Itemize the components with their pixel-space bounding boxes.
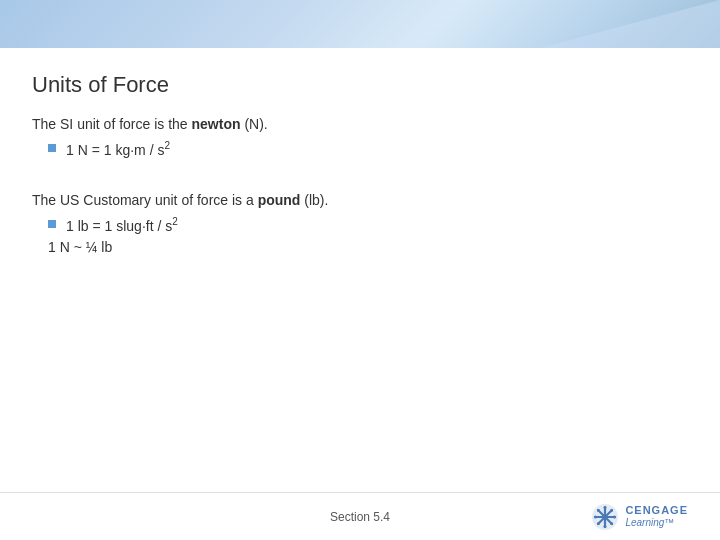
si-bullet-item: 1 N = 1 kg·m / s2	[48, 140, 688, 158]
cengage-logo: CENGAGE Learning™	[591, 503, 688, 531]
slide-content: Units of Force The SI unit of force is t…	[0, 48, 720, 540]
si-bullet-text: 1 N = 1 kg·m / s2	[66, 140, 170, 158]
si-intro-prefix: The SI unit of force is the	[32, 116, 192, 132]
us-bold-word: pound	[258, 192, 301, 208]
svg-point-11	[610, 509, 613, 512]
si-unit-suffix: (N).	[241, 116, 268, 132]
section-label: Section 5.4	[251, 510, 470, 524]
us-intro-text: The US Customary unit of force is a poun…	[32, 192, 688, 208]
approx-text: 1 N ~ ¼ lb	[48, 239, 688, 255]
slide-title: Units of Force	[32, 72, 688, 98]
cengage-brand-name: CENGAGE	[625, 504, 688, 517]
us-bullet-item: 1 lb = 1 slug·ft / s2	[48, 216, 688, 234]
svg-point-8	[613, 515, 616, 518]
svg-point-6	[604, 525, 607, 528]
svg-point-5	[604, 506, 607, 509]
us-unit-suffix: (lb).	[300, 192, 328, 208]
cengage-text-block: CENGAGE Learning™	[625, 504, 688, 529]
si-bold-word: newton	[192, 116, 241, 132]
si-bullet-icon	[48, 144, 56, 152]
cengage-logo-icon	[591, 503, 619, 531]
section-gap-1	[32, 164, 688, 192]
us-bullet-icon	[48, 220, 56, 228]
top-decorative-bar	[0, 0, 720, 48]
us-bullet-text: 1 lb = 1 slug·ft / s2	[66, 216, 178, 234]
svg-point-10	[610, 522, 613, 525]
si-intro-text: The SI unit of force is the newton (N).	[32, 116, 688, 132]
svg-point-9	[597, 509, 600, 512]
slide-footer: Section 5.4 CENGAGE	[0, 492, 720, 540]
us-intro-prefix: The US Customary unit of force is a	[32, 192, 258, 208]
svg-point-12	[597, 522, 600, 525]
cengage-brand-sub: Learning™	[625, 517, 688, 529]
footer-right: CENGAGE Learning™	[469, 503, 688, 531]
svg-point-7	[594, 515, 597, 518]
